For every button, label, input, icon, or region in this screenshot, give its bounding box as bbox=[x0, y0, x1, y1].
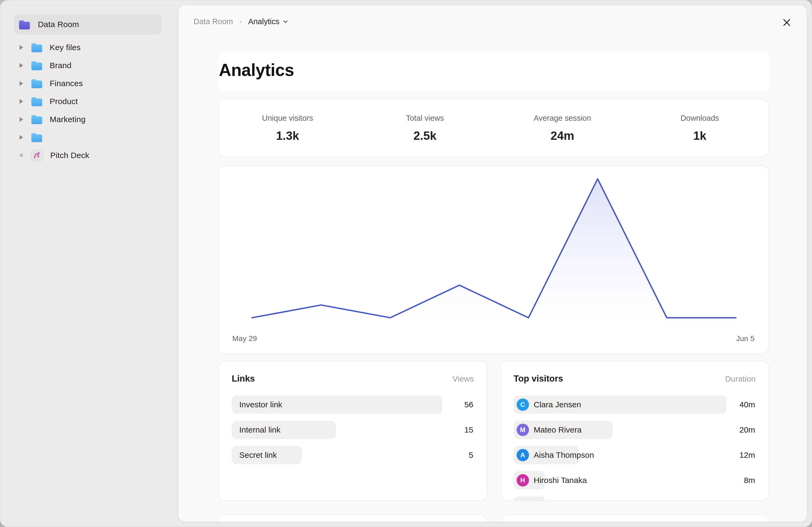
stat-label: Average session bbox=[494, 114, 631, 123]
x-axis-first-label: May 29 bbox=[232, 334, 257, 343]
visitor-name: Hiroshi Tanaka bbox=[534, 476, 587, 485]
link-views-value: 15 bbox=[464, 425, 473, 434]
avatar: C bbox=[517, 398, 529, 411]
analytics-panel: Data Room › Analytics Analytics Unique v… bbox=[178, 5, 807, 522]
pitch-deck-thumbnail-icon bbox=[31, 149, 43, 162]
links-card: Links Views Investor link 56 Internal li… bbox=[218, 361, 487, 501]
disclosure-triangle-icon[interactable] bbox=[19, 135, 23, 140]
panels-grid: Links Views Investor link 56 Internal li… bbox=[218, 361, 769, 522]
avatar: A bbox=[517, 449, 529, 461]
folder-icon bbox=[31, 60, 43, 70]
link-views-value: 5 bbox=[469, 451, 474, 460]
app-window: Data Room Key files Brand bbox=[0, 0, 812, 527]
visitor-duration-value: 8m bbox=[744, 476, 755, 485]
folder-icon bbox=[31, 96, 43, 106]
link-label: Investor link bbox=[239, 400, 282, 409]
visitor-name: Aisha Thompson bbox=[534, 451, 594, 460]
stat-total-views: Total views 2.5k bbox=[356, 114, 494, 142]
stat-downloads: Downloads 1k bbox=[631, 114, 768, 142]
visitor-name: Clara Jensen bbox=[534, 400, 581, 409]
disclosure-triangle-icon[interactable] bbox=[19, 45, 23, 50]
visitor-duration-value: 12m bbox=[740, 451, 755, 460]
disclosure-triangle-icon[interactable] bbox=[19, 117, 23, 122]
sidebar-item-label: Key files bbox=[50, 43, 81, 52]
sidebar-item-label: Marketing bbox=[50, 115, 86, 124]
visitor-row-hiroshi-tanaka[interactable]: H Hiroshi Tanaka 8m bbox=[514, 471, 756, 490]
stat-value: 1.3k bbox=[219, 129, 356, 142]
stat-unique-visitors: Unique visitors 1.3k bbox=[219, 114, 356, 142]
visitor-row-mateo-rivera[interactable]: M Mateo Rivera 20m bbox=[514, 421, 756, 439]
link-row-investor[interactable]: Investor link 56 bbox=[232, 395, 474, 414]
sidebar-item-label: Data Room bbox=[38, 20, 79, 29]
visitor-row-clara-jensen[interactable]: C Clara Jensen 40m bbox=[514, 395, 756, 414]
sidebar-item-label: Brand bbox=[50, 61, 71, 70]
analytics-content: Analytics Unique visitors 1.3k Total vie… bbox=[218, 5, 769, 522]
folder-icon bbox=[31, 114, 43, 124]
link-row-secret[interactable]: Secret link 5 bbox=[232, 446, 474, 464]
sidebar-item-info[interactable] bbox=[0, 128, 178, 146]
locations-card: Locations Visits bbox=[500, 514, 769, 522]
top-visitors-card: Top visitors Duration C Clara Jensen 40m bbox=[500, 361, 769, 501]
visitor-duration-value: 40m bbox=[740, 400, 755, 409]
folder-icon bbox=[31, 78, 43, 88]
sidebar-item-label: Finances bbox=[50, 79, 83, 88]
stat-label: Downloads bbox=[631, 114, 768, 123]
link-label: Secret link bbox=[239, 451, 277, 460]
folder-icon bbox=[31, 42, 43, 52]
dot-bullet-icon bbox=[19, 153, 23, 157]
folder-purple-icon bbox=[18, 19, 30, 30]
stats-card: Unique visitors 1.3k Total views 2.5k Av… bbox=[218, 99, 769, 157]
link-views-value: 56 bbox=[464, 400, 473, 409]
sidebar-item-brand[interactable]: Brand bbox=[0, 56, 178, 74]
chart-line bbox=[252, 179, 736, 318]
stat-value: 24m bbox=[494, 129, 631, 142]
stat-label: Unique visitors bbox=[219, 114, 356, 123]
x-axis-last-label: Jun 5 bbox=[736, 334, 755, 343]
duration-column-header: Duration bbox=[725, 374, 756, 383]
top-files-card: Top files Visits bbox=[218, 514, 487, 522]
stat-label: Total views bbox=[356, 114, 494, 123]
sidebar-item-label: Product bbox=[50, 97, 78, 106]
visitor-row-aisha-thompson[interactable]: A Aisha Thompson 12m bbox=[514, 446, 756, 464]
sidebar-item-marketing[interactable]: Marketing bbox=[0, 110, 178, 128]
avatar: M bbox=[517, 424, 529, 436]
disclosure-triangle-icon[interactable] bbox=[19, 99, 23, 104]
link-label: Internal link bbox=[239, 425, 280, 434]
stat-average-session: Average session 24m bbox=[494, 114, 631, 142]
close-icon bbox=[782, 17, 792, 28]
disclosure-triangle-icon[interactable] bbox=[19, 63, 23, 68]
top-visitors-card-title: Top visitors bbox=[514, 374, 563, 384]
close-button[interactable] bbox=[780, 16, 793, 29]
page-title: Analytics bbox=[219, 60, 766, 80]
sidebar-item-label: Pitch Deck bbox=[50, 151, 89, 160]
sidebar-item-finances[interactable]: Finances bbox=[0, 74, 178, 92]
sidebar-item-data-room[interactable]: Data Room bbox=[14, 14, 162, 35]
visitor-row-clipped[interactable] bbox=[514, 496, 756, 501]
stat-value: 1k bbox=[631, 129, 768, 142]
stat-value: 2.5k bbox=[356, 129, 494, 142]
folder-icon bbox=[31, 132, 43, 142]
title-band: Analytics bbox=[218, 53, 769, 91]
line-chart-canvas bbox=[219, 166, 768, 353]
visitor-duration-value: 20m bbox=[740, 425, 755, 434]
avatar: H bbox=[517, 474, 529, 486]
link-row-internal[interactable]: Internal link 15 bbox=[232, 421, 474, 439]
views-column-header: Views bbox=[452, 374, 474, 383]
sidebar: Data Room Key files Brand bbox=[0, 0, 178, 527]
visitor-bar bbox=[514, 496, 545, 501]
visits-line-chart: May 29 Jun 5 bbox=[218, 165, 769, 354]
sidebar-item-key-files[interactable]: Key files bbox=[0, 39, 178, 56]
visitor-name: Mateo Rivera bbox=[534, 425, 582, 434]
sidebar-tree: Key files Brand Finances bbox=[0, 39, 178, 164]
links-card-title: Links bbox=[232, 374, 255, 384]
disclosure-triangle-icon[interactable] bbox=[19, 81, 23, 86]
chart-area-fill bbox=[252, 179, 736, 321]
sidebar-item-pitch-deck[interactable]: Pitch Deck bbox=[0, 146, 178, 164]
sidebar-item-product[interactable]: Product bbox=[0, 92, 178, 110]
